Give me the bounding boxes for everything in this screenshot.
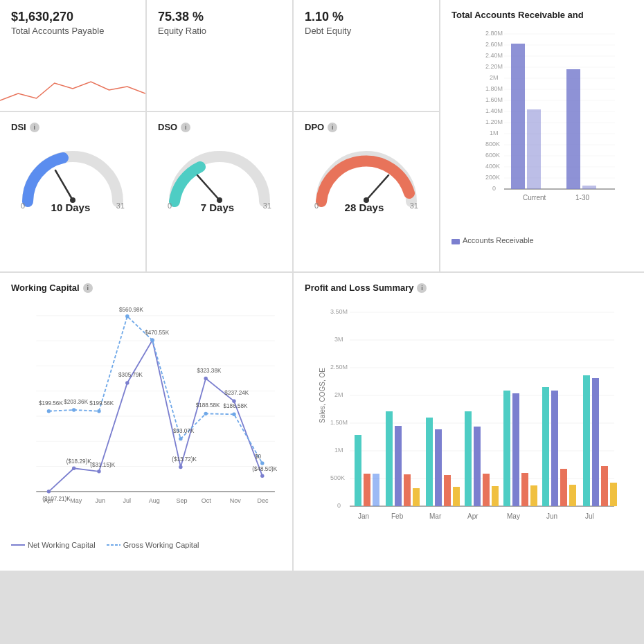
bar-chart-title: Total Accounts Receivable and (451, 10, 633, 20)
equity-ratio-card: 75.38 % Equity Ratio (147, 0, 292, 111)
svg-text:May: May (70, 497, 82, 504)
svg-rect-30 (511, 44, 525, 189)
svg-text:Apr: Apr (44, 497, 53, 504)
ap-label: Total Accounts Payable (11, 26, 134, 36)
svg-text:$323.38K: $323.38K (197, 368, 221, 374)
svg-text:Sep: Sep (177, 497, 188, 504)
svg-text:600K: 600K (485, 152, 500, 159)
dpo-title: DPO i (305, 122, 428, 132)
svg-point-51 (47, 490, 51, 493)
dsi-min: 0 (21, 202, 25, 213)
svg-text:3.50M: 3.50M (330, 308, 348, 315)
svg-text:$470.55K: $470.55K (145, 330, 169, 336)
svg-text:Aug: Aug (149, 497, 160, 504)
svg-text:2.50M: 2.50M (330, 364, 348, 370)
svg-point-56 (179, 465, 182, 469)
dsi-title: DSI i (11, 122, 134, 132)
svg-text:$199.56K: $199.56K (89, 400, 114, 406)
wc-title: Working Capital i (11, 283, 281, 293)
svg-point-61 (72, 408, 75, 411)
svg-rect-130 (512, 393, 519, 506)
svg-rect-32 (566, 69, 580, 189)
dsi-gauge-container: 0 10 Days 31 (11, 139, 134, 213)
svg-text:1.40M: 1.40M (485, 107, 503, 114)
svg-point-60 (47, 409, 51, 413)
svg-text:$186.58K: $186.58K (224, 403, 248, 409)
svg-rect-117 (386, 411, 393, 506)
svg-rect-133 (542, 387, 549, 506)
svg-rect-122 (435, 429, 442, 506)
dsi-card: DSI i 0 10 Days 31 (0, 112, 145, 271)
svg-rect-33 (582, 186, 596, 189)
pnl-title: Profit and Loss Summary i (305, 283, 633, 293)
ap-value: $1,630,270 (11, 10, 134, 24)
svg-point-54 (125, 381, 129, 384)
svg-text:Dec: Dec (258, 497, 269, 504)
ar-legend: Accounts Receivable (451, 236, 534, 244)
svg-text:Nov: Nov (230, 497, 242, 504)
accounts-payable-card: $1,630,270 Total Accounts Payable (0, 0, 145, 111)
svg-text:500K: 500K (330, 474, 345, 481)
svg-point-68 (260, 461, 264, 465)
dpo-value: 28 Days (345, 202, 384, 213)
svg-rect-121 (426, 418, 433, 506)
svg-rect-118 (395, 426, 402, 506)
svg-point-57 (204, 377, 207, 380)
pnl-card: Profit and Loss Summary i Sales, COGS, O… (294, 273, 644, 571)
svg-rect-148 (610, 483, 617, 506)
svg-text:($13.72)K: ($13.72)K (172, 456, 197, 463)
svg-rect-129 (503, 391, 510, 506)
svg-text:$237.24K: $237.24K (224, 390, 249, 396)
svg-line-39 (197, 175, 220, 200)
svg-text:Jul: Jul (123, 497, 131, 504)
svg-text:$305.79K: $305.79K (118, 372, 143, 378)
svg-text:($48.50)K: ($48.50)K (252, 466, 277, 472)
svg-text:May: May (507, 512, 520, 520)
dpo-gauge-container: 0 28 Days 31 (305, 139, 428, 213)
svg-rect-119 (404, 474, 411, 506)
svg-text:Current: Current (523, 194, 546, 202)
dsi-max: 31 (116, 202, 125, 213)
svg-point-64 (150, 339, 154, 342)
svg-text:($31.15)K: ($31.15)K (90, 462, 115, 468)
dso-gauge-container: 0 7 Days 31 (158, 139, 281, 213)
svg-rect-125 (465, 411, 472, 506)
wc-info-icon[interactable]: i (83, 283, 93, 293)
de-value: 1.10 % (305, 10, 428, 24)
svg-rect-115 (364, 474, 370, 506)
svg-point-62 (97, 409, 100, 413)
svg-text:Jun: Jun (546, 512, 557, 520)
svg-text:Apr: Apr (467, 512, 478, 520)
svg-line-41 (366, 175, 388, 200)
svg-text:Jan: Jan (358, 512, 369, 520)
svg-rect-120 (413, 488, 420, 506)
svg-rect-124 (453, 487, 460, 506)
dsi-info-icon[interactable]: i (30, 123, 39, 132)
ar-bar-chart-card: Total Accounts Receivable and 2.80M 2.60… (440, 0, 644, 271)
debt-equity-card: 1.10 % Debt Equity (294, 0, 439, 111)
svg-point-53 (97, 469, 100, 473)
svg-point-52 (72, 467, 75, 470)
svg-text:$199.56K: $199.56K (39, 400, 63, 406)
dashboard: $1,630,270 Total Accounts Payable 75.38 … (0, 0, 644, 644)
svg-rect-136 (569, 485, 576, 506)
dso-value: 7 Days (201, 202, 234, 213)
wc-legend: Net Working Capital Gross Working Capita… (11, 541, 281, 549)
net-wc-legend-item: Net Working Capital (11, 541, 96, 549)
svg-text:Jun: Jun (96, 497, 106, 504)
svg-point-58 (232, 400, 235, 403)
svg-text:$203.36K: $203.36K (64, 399, 88, 405)
svg-rect-135 (560, 469, 567, 506)
svg-rect-36 (451, 239, 460, 244)
dso-info-icon[interactable]: i (181, 123, 190, 132)
svg-text:Feb: Feb (391, 512, 404, 520)
svg-rect-145 (583, 375, 590, 506)
pnl-info-icon[interactable]: i (417, 283, 427, 293)
equity-value: 75.38 % (158, 10, 281, 24)
svg-rect-131 (521, 473, 528, 506)
svg-point-67 (232, 413, 235, 416)
dpo-info-icon[interactable]: i (328, 123, 337, 132)
svg-text:($18.29)K: ($18.29)K (66, 458, 91, 465)
svg-text:Oct: Oct (202, 497, 212, 504)
svg-rect-128 (492, 486, 499, 506)
